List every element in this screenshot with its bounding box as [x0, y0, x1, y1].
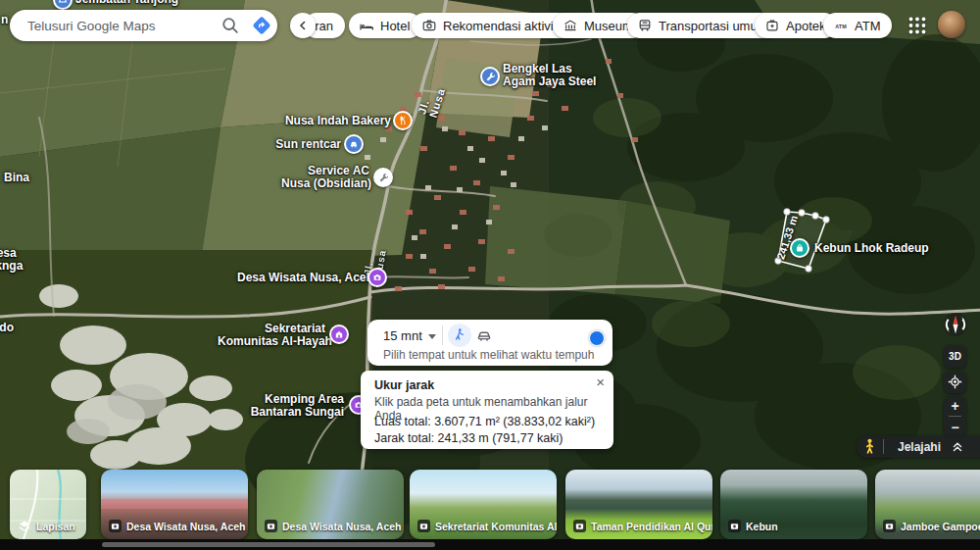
- bus-icon: [637, 18, 653, 33]
- map-label-jembatan[interactable]: Jembatan Tanjong: [75, 0, 178, 6]
- card-label: Taman Pendidikan Al Qur'an (TP...: [591, 521, 712, 532]
- carousel-scrollbar[interactable]: [102, 542, 435, 547]
- close-icon[interactable]: ×: [596, 374, 605, 390]
- poi-pin-kebun[interactable]: [790, 238, 809, 258]
- chip-label: ran: [315, 19, 333, 33]
- car-icon: [475, 326, 493, 344]
- poi-pin-bengkel[interactable]: [480, 67, 500, 86]
- search-bar: [10, 10, 277, 41]
- car-icon: [349, 139, 359, 149]
- caret-down-icon[interactable]: [428, 334, 436, 339]
- camera-icon: [421, 18, 437, 33]
- bed-icon: [359, 18, 374, 33]
- place-card[interactable]: Desa Wisata Nusa, Aceh: [101, 470, 248, 539]
- user-avatar[interactable]: [938, 11, 965, 38]
- measure-area-total: Luas total: 3.607,71 m² (38.833,02 kaki²…: [374, 415, 595, 428]
- place-card[interactable]: Desa Wisata Nusa, Aceh: [257, 470, 404, 539]
- label-line: Bantaran Sungai: [246, 406, 344, 419]
- chips-scroll-back-button[interactable]: [290, 13, 316, 38]
- poi-pin-service-ac[interactable]: [373, 168, 393, 187]
- double-chevron-up-icon[interactable]: [951, 439, 964, 454]
- divider: [883, 439, 884, 454]
- poi-pin-bakery[interactable]: [393, 111, 413, 130]
- label-line: Nusa (Obsidian): [281, 177, 369, 190]
- museum-icon: [563, 18, 578, 33]
- photo-icon: [265, 520, 277, 532]
- search-input[interactable]: [25, 18, 212, 34]
- driving-mode-button[interactable]: [475, 326, 493, 344]
- zoom-in-button[interactable]: +: [944, 396, 966, 416]
- destination-blue-dot[interactable]: [589, 330, 605, 346]
- chip-label: Transportasi umum: [659, 19, 768, 33]
- card-label: Desa Wisata Nusa, Aceh: [282, 521, 401, 532]
- shopping-bag-icon: [795, 243, 805, 253]
- layers-icon: [18, 520, 31, 532]
- label-line: oknga: [0, 260, 23, 273]
- camera-icon: [372, 273, 382, 282]
- restaurant-icon: [398, 116, 408, 125]
- map-label-desa-wisata[interactable]: Desa Wisata Nusa, Aceh: [237, 272, 365, 284]
- explore-button[interactable]: Jelajahi: [898, 440, 941, 454]
- map-label-bakery[interactable]: Nusa Indah Bakery: [283, 115, 391, 127]
- pegman-icon[interactable]: [864, 438, 875, 455]
- card-label: Kebun: [746, 521, 778, 532]
- my-location-button[interactable]: [944, 371, 966, 393]
- photo-icon: [417, 520, 430, 532]
- measure-panel-title: Ukur jarak: [374, 378, 434, 392]
- travel-time-popup: 15 mnt Pilih tempat untuk melihat waktu …: [368, 320, 612, 366]
- travel-duration-dropdown[interactable]: 15 mnt: [383, 328, 422, 343]
- compass-icon[interactable]: [943, 312, 968, 337]
- map-label-kebun[interactable]: Kebun Lhok Radeup: [814, 242, 929, 255]
- explore-bar: Jelajahi: [857, 435, 980, 458]
- measure-distance-panel: × Ukur jarak Klik pada peta untuk menamb…: [361, 371, 613, 449]
- map-label-bengkel[interactable]: Bengkel Las Agam Jaya Steel: [503, 63, 596, 88]
- place-card[interactable]: Kebun: [720, 470, 867, 539]
- label-line: Komunitas Al-Hayah: [218, 335, 325, 348]
- bridge-icon: [58, 0, 68, 5]
- map-label-sekretariat[interactable]: Sekretariat Komunitas Al-Hayah: [218, 323, 325, 348]
- place-card[interactable]: Jamboe Gampoeng Nus: [875, 470, 980, 539]
- map-label-kemping[interactable]: Kemping Area Bantaran Sungai: [246, 393, 344, 419]
- wrench-icon: [485, 72, 495, 81]
- google-maps-app: { "search": { "placeholder": "Telusuri G…: [0, 0, 980, 550]
- walking-mode-button[interactable]: [448, 324, 471, 347]
- svg-text:ATM: ATM: [835, 24, 847, 29]
- zoom-controls: + −: [944, 396, 966, 437]
- label-line: Agam Jaya Steel: [503, 75, 596, 88]
- photo-icon: [728, 520, 741, 532]
- map-label-rentcar[interactable]: Sun rentcar: [274, 138, 341, 151]
- chip-label: Apotek: [786, 19, 825, 33]
- poi-pin-rentcar[interactable]: [344, 134, 364, 154]
- card-label: Sekretariat Komunitas Al-Hayah: [435, 521, 557, 532]
- card-label: Lapisan: [36, 521, 75, 532]
- card-label: Jamboe Gampoeng Nus: [901, 521, 980, 532]
- chip-atm[interactable]: ATM ATM: [823, 13, 892, 38]
- 3d-view-button[interactable]: 3D: [944, 345, 966, 368]
- directions-icon[interactable]: [251, 15, 272, 36]
- building-icon: [334, 329, 344, 339]
- photo-icon: [573, 520, 586, 532]
- google-apps-grid-icon[interactable]: [906, 15, 928, 36]
- map-label-edge-ido: ido: [0, 322, 14, 334]
- poi-pin-sekretariat[interactable]: [329, 325, 349, 344]
- pharmacy-icon: [764, 18, 780, 33]
- my-location-icon: [948, 375, 962, 389]
- divider: [949, 416, 961, 417]
- measure-distance-total: Jarak total: 241,33 m (791,77 kaki): [374, 431, 563, 445]
- layers-card[interactable]: Lapisan: [10, 470, 86, 539]
- place-card[interactable]: Taman Pendidikan Al Qur'an (TP...: [565, 470, 712, 539]
- divider: [442, 325, 443, 345]
- map-label-edge-bina: Bina: [4, 172, 29, 184]
- search-icon[interactable]: [220, 15, 241, 36]
- atm-icon: ATM: [833, 18, 849, 33]
- map-label-edge-top: n: [1, 14, 8, 26]
- photo-icon: [883, 520, 896, 532]
- chip-label: Hotel: [380, 19, 410, 33]
- place-card[interactable]: Sekretariat Komunitas Al-Hayah: [410, 470, 557, 539]
- chip-label: ATM: [855, 19, 880, 33]
- map-label-edge-desa: Desa oknga: [0, 247, 23, 273]
- wrench-icon: [378, 173, 388, 182]
- zoom-out-button[interactable]: −: [944, 418, 966, 437]
- poi-pin-desa-wisata[interactable]: [368, 268, 387, 287]
- map-label-service-ac[interactable]: Service AC Nusa (Obsidian): [281, 165, 369, 190]
